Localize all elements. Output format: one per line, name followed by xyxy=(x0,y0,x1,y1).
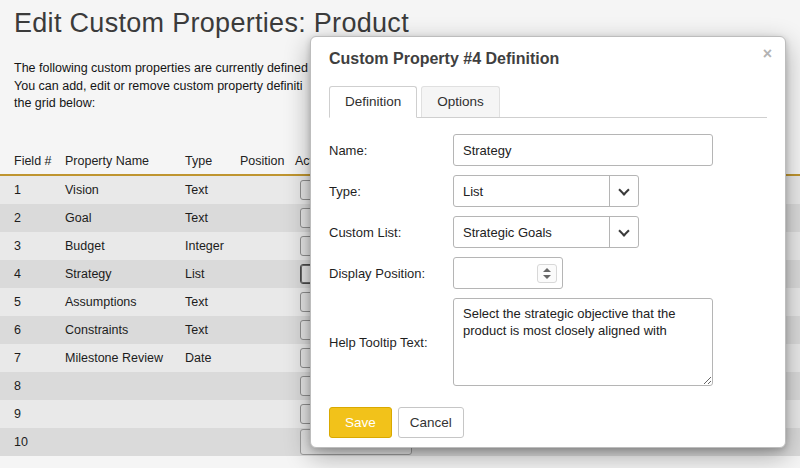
custom-list-select[interactable]: Strategic Goals xyxy=(453,216,639,248)
col-header-position: Position xyxy=(240,154,295,168)
form-row-name: Name: xyxy=(329,134,767,166)
cell-name: Goal xyxy=(65,211,185,225)
cell-type: Text xyxy=(185,323,240,337)
page-title: Edit Custom Properties: Product xyxy=(0,8,800,39)
dialog-header: Custom Property #4 Definition × xyxy=(311,37,785,74)
definition-form: Name: Type: List Custom List: Strategic … xyxy=(311,118,785,386)
chevron-down-icon xyxy=(609,176,638,206)
cell-name: Strategy xyxy=(65,267,185,281)
display-position-input[interactable] xyxy=(453,257,563,289)
screen: Edit Custom Properties: Product The foll… xyxy=(0,0,800,468)
custom-list-label: Custom List: xyxy=(329,225,453,240)
form-row-type: Type: List xyxy=(329,175,767,207)
cell-field: 6 xyxy=(14,323,65,337)
help-tooltip-textarea[interactable]: Select the strategic objective that the … xyxy=(453,298,713,386)
cell-field: 4 xyxy=(14,267,65,281)
name-label: Name: xyxy=(329,143,453,158)
col-header-name: Property Name xyxy=(65,154,185,168)
cell-field: 3 xyxy=(14,239,65,253)
form-row-display-position: Display Position: xyxy=(329,257,767,289)
form-row-custom-list: Custom List: Strategic Goals xyxy=(329,216,767,248)
cell-name: Budget xyxy=(65,239,185,253)
form-row-help-tooltip: Help Tooltip Text: Select the strategic … xyxy=(329,298,767,386)
spinner-down-icon[interactable] xyxy=(543,275,551,279)
cell-name: Assumptions xyxy=(65,295,185,309)
custom-list-select-value: Strategic Goals xyxy=(454,225,609,240)
custom-property-dialog: Custom Property #4 Definition × Definiti… xyxy=(310,36,786,448)
save-button[interactable]: Save xyxy=(329,407,392,438)
cancel-button[interactable]: Cancel xyxy=(398,407,464,438)
cell-field: 7 xyxy=(14,351,65,365)
cell-type: Text xyxy=(185,211,240,225)
cell-type: Date xyxy=(185,351,240,365)
cell-type: Integer xyxy=(185,239,240,253)
dialog-buttons: Save Cancel xyxy=(311,395,785,438)
type-label: Type: xyxy=(329,184,453,199)
cell-field: 2 xyxy=(14,211,65,225)
cell-field: 5 xyxy=(14,295,65,309)
name-input[interactable] xyxy=(453,134,713,166)
cell-name: Milestone Review xyxy=(65,351,185,365)
cell-field: 1 xyxy=(14,183,65,197)
type-select[interactable]: List xyxy=(453,175,639,207)
cell-field: 9 xyxy=(14,407,65,421)
tab-options[interactable]: Options xyxy=(421,86,500,117)
cell-type: Text xyxy=(185,295,240,309)
tab-definition[interactable]: Definition xyxy=(329,86,417,118)
display-position-label: Display Position: xyxy=(329,266,453,281)
cell-field: 10 xyxy=(14,435,65,449)
dialog-title: Custom Property #4 Definition xyxy=(329,50,767,68)
type-select-value: List xyxy=(454,184,609,199)
number-spinner[interactable] xyxy=(537,264,557,283)
spinner-up-icon[interactable] xyxy=(543,268,551,272)
cell-name: Vision xyxy=(65,183,185,197)
cell-name: Constraints xyxy=(65,323,185,337)
col-header-type: Type xyxy=(185,154,240,168)
close-icon[interactable]: × xyxy=(763,46,772,62)
dialog-tabs: Definition Options xyxy=(329,86,767,118)
chevron-down-icon xyxy=(609,217,638,247)
col-header-field: Field # xyxy=(14,154,65,168)
cell-type: List xyxy=(185,267,240,281)
help-tooltip-label: Help Tooltip Text: xyxy=(329,335,453,350)
cell-field: 8 xyxy=(14,379,65,393)
cell-type: Text xyxy=(185,183,240,197)
